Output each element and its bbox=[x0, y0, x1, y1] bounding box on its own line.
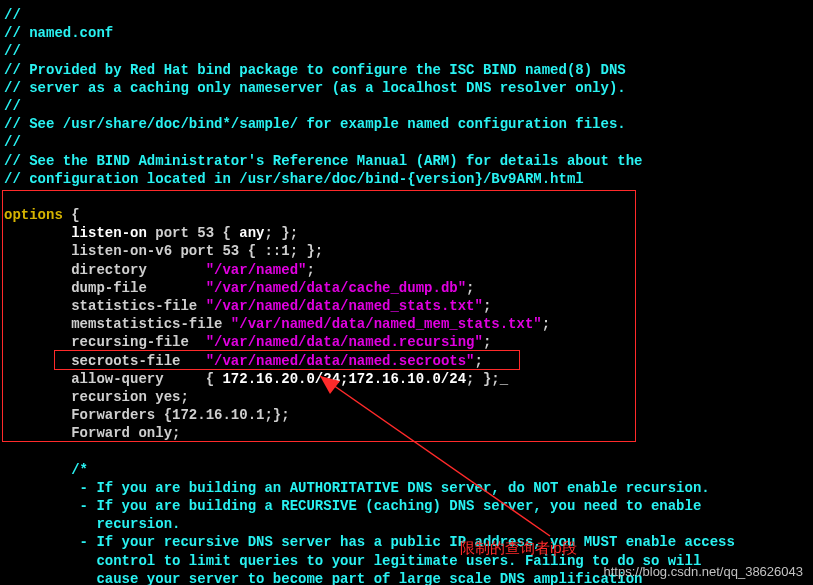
recursing-file: recursing-file "/var/named/data/named.re… bbox=[4, 333, 809, 351]
comment-line: // Provided by Red Hat bind package to c… bbox=[4, 61, 809, 79]
comment-line: // named.conf bbox=[4, 24, 809, 42]
comment-line: // server as a caching only nameserver (… bbox=[4, 79, 809, 97]
comment-line: // See /usr/share/doc/bind*/sample/ for … bbox=[4, 115, 809, 133]
comment-line: // bbox=[4, 133, 809, 151]
blank-line bbox=[4, 188, 809, 206]
listen-on-v6: listen-on-v6 port 53 { ::1; }; bbox=[4, 242, 809, 260]
directory: directory "/var/named"; bbox=[4, 261, 809, 279]
comment-line: // bbox=[4, 6, 809, 24]
comment-line: - If you are building a RECURSIVE (cachi… bbox=[4, 497, 809, 515]
memstatistics-file: memstatistics-file "/var/named/data/name… bbox=[4, 315, 809, 333]
allow-query: allow-query { 172.16.20.0/24;172.16.10.0… bbox=[4, 370, 809, 388]
comment-line: - If you are building an AUTHORITATIVE D… bbox=[4, 479, 809, 497]
statistics-file: statistics-file "/var/named/data/named_s… bbox=[4, 297, 809, 315]
comment-line: - If your recursive DNS server has a pub… bbox=[4, 533, 809, 551]
forwarders: Forwarders {172.16.10.1;}; bbox=[4, 406, 809, 424]
cursor-icon: _ bbox=[500, 371, 508, 387]
comment-line: // bbox=[4, 42, 809, 60]
annotation-text: 限制的查询者ip段 bbox=[460, 538, 577, 558]
comment-line: // bbox=[4, 97, 809, 115]
forward-only: Forward only; bbox=[4, 424, 809, 442]
listen-on: listen-on port 53 { any; }; bbox=[4, 224, 809, 242]
recursion: recursion yes; bbox=[4, 388, 809, 406]
comment-line: recursion. bbox=[4, 515, 809, 533]
comment-line: // See the BIND Administrator's Referenc… bbox=[4, 152, 809, 170]
secroots-file: secroots-file "/var/named/data/named.sec… bbox=[4, 352, 809, 370]
options-open: options { bbox=[4, 206, 809, 224]
comment-start: /* bbox=[4, 461, 809, 479]
watermark: https://blog.csdn.net/qq_38626043 bbox=[604, 564, 804, 581]
dump-file: dump-file "/var/named/data/cache_dump.db… bbox=[4, 279, 809, 297]
terminal-window: // // named.conf // // Provided by Red H… bbox=[0, 0, 813, 585]
blank-line bbox=[4, 443, 809, 461]
comment-line: // configuration located in /usr/share/d… bbox=[4, 170, 809, 188]
